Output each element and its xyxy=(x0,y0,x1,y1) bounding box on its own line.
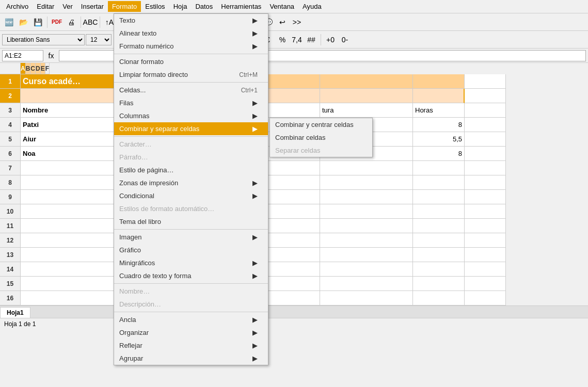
print-btn[interactable]: 🖨 xyxy=(65,15,78,29)
cell-f3[interactable] xyxy=(465,103,506,118)
row-header-13[interactable]: 13 xyxy=(0,248,21,262)
cell-f13[interactable] xyxy=(465,248,506,262)
cell-d14[interactable] xyxy=(320,262,413,277)
row-header-16[interactable]: 16 xyxy=(0,291,21,305)
menu-tema[interactable]: Tema del libro xyxy=(114,215,268,228)
col-header-c[interactable]: C xyxy=(30,63,36,74)
dec-indent-btn[interactable]: 0- xyxy=(338,33,352,46)
cell-f15[interactable] xyxy=(465,277,506,291)
cell-d13[interactable] xyxy=(320,248,413,262)
menu-combinar-centrar[interactable]: Combinar y centrar celdas xyxy=(270,118,372,131)
cell-e6[interactable]: 8 xyxy=(413,147,465,161)
font-size-select[interactable]: 12 xyxy=(86,34,112,45)
row-header-14[interactable]: 14 xyxy=(0,262,21,277)
menu-archivo[interactable]: Archivo xyxy=(2,1,33,12)
cell-e1[interactable] xyxy=(413,74,465,89)
row-header-9[interactable]: 9 xyxy=(0,190,21,204)
fx-button[interactable]: fx xyxy=(45,50,57,61)
menu-imagen[interactable]: Imagen ▶ xyxy=(114,231,268,244)
dec-places-btn[interactable]: 7,4 xyxy=(290,33,304,46)
cell-e8[interactable] xyxy=(413,175,465,190)
menu-estilo-pagina[interactable]: Estilo de página… xyxy=(114,164,268,176)
menu-celdas[interactable]: Celdas... Ctrl+1 xyxy=(114,84,268,96)
cell-e15[interactable] xyxy=(413,277,465,291)
menu-formato-numerico[interactable]: Formato numérico ▶ xyxy=(114,40,268,53)
cell-d16[interactable] xyxy=(320,291,413,305)
cell-d12[interactable] xyxy=(320,233,413,248)
row-header-15[interactable]: 15 xyxy=(0,277,21,291)
row-header-11[interactable]: 11 xyxy=(0,219,21,233)
menu-datos[interactable]: Datos xyxy=(191,1,217,12)
row-header-10[interactable]: 10 xyxy=(0,204,21,219)
cell-e12[interactable] xyxy=(413,233,465,248)
cell-f6[interactable] xyxy=(465,147,506,161)
new-btn[interactable]: 🆕 xyxy=(2,15,15,29)
menu-ver[interactable]: Ver xyxy=(58,1,77,12)
col-header-f[interactable]: F xyxy=(45,63,50,74)
menu-clonar[interactable]: Clonar formato xyxy=(114,55,268,68)
undo-btn[interactable]: ↩ xyxy=(276,15,289,29)
menu-ancla[interactable]: Ancla ▶ xyxy=(114,313,268,326)
menu-grafico[interactable]: Gráfico xyxy=(114,244,268,256)
cell-f8[interactable] xyxy=(465,175,506,190)
menu-cuadro[interactable]: Cuadro de texto y forma ▶ xyxy=(114,269,268,282)
menu-ayuda[interactable]: Ayuda xyxy=(298,1,326,12)
menu-texto[interactable]: Texto ▶ xyxy=(114,14,268,27)
open-btn[interactable]: 📂 xyxy=(17,15,30,29)
cell-f7[interactable] xyxy=(465,161,506,175)
font-family-select[interactable]: Liberation Sans xyxy=(2,34,85,45)
more-btn[interactable]: >> xyxy=(290,15,304,29)
menu-editar[interactable]: Editar xyxy=(33,1,58,12)
cell-e11[interactable] xyxy=(413,219,465,233)
menu-agrupar[interactable]: Agrupar ▶ xyxy=(114,352,268,365)
row-header-6[interactable]: 6 xyxy=(0,147,21,161)
menu-limpiar[interactable]: Limpiar formato directo Ctrl+M xyxy=(114,68,268,81)
sheet-tab-1[interactable]: Hoja1 xyxy=(0,307,30,318)
row-header-4[interactable]: 4 xyxy=(0,118,21,132)
col-header-a[interactable]: A xyxy=(21,63,26,74)
menu-columnas[interactable]: Columnas ▶ xyxy=(114,109,268,122)
cell-e10[interactable] xyxy=(413,204,465,219)
row-header-12[interactable]: 12 xyxy=(0,233,21,248)
cell-e7[interactable] xyxy=(413,161,465,175)
cell-f2[interactable] xyxy=(465,89,506,103)
cell-d11[interactable] xyxy=(320,219,413,233)
cell-d2[interactable] xyxy=(320,89,413,103)
menu-combinar[interactable]: Combinar y separar celdas ▶ xyxy=(114,122,268,135)
cell-e2[interactable] xyxy=(413,89,465,103)
cell-e5[interactable]: 5,5 xyxy=(413,132,465,147)
percent-btn[interactable]: % xyxy=(276,33,289,46)
cell-d10[interactable] xyxy=(320,204,413,219)
row-header-1[interactable]: 1 xyxy=(0,74,21,89)
menu-reflejar[interactable]: Reflejar ▶ xyxy=(114,339,268,352)
cell-e14[interactable] xyxy=(413,262,465,277)
menu-condicional[interactable]: Condicional ▶ xyxy=(114,189,268,202)
cell-d15[interactable] xyxy=(320,277,413,291)
cell-f14[interactable] xyxy=(465,262,506,277)
number-format-btn[interactable]: ## xyxy=(305,33,318,46)
cell-f1[interactable] xyxy=(465,74,506,89)
spell-btn[interactable]: ABC xyxy=(84,15,97,29)
row-header-7[interactable]: 7 xyxy=(0,161,21,175)
cell-d7[interactable] xyxy=(320,161,413,175)
inc-indent-btn[interactable]: +0 xyxy=(324,33,337,46)
menu-estilos[interactable]: Estilos xyxy=(141,1,169,12)
save-btn[interactable]: 💾 xyxy=(31,15,44,29)
menu-filas[interactable]: Filas ▶ xyxy=(114,96,268,109)
cell-f16[interactable] xyxy=(465,291,506,305)
row-header-8[interactable]: 8 xyxy=(0,175,21,190)
menu-minigraficos[interactable]: Minigráficos ▶ xyxy=(114,256,268,269)
cell-f12[interactable] xyxy=(465,233,506,248)
menu-formato[interactable]: Formato xyxy=(108,1,141,12)
menu-alinear-texto[interactable]: Alinear texto ▶ xyxy=(114,27,268,40)
cell-d3[interactable]: tura xyxy=(320,103,413,118)
menu-organizar[interactable]: Organizar ▶ xyxy=(114,326,268,339)
cell-d9[interactable] xyxy=(320,190,413,204)
cell-f5[interactable] xyxy=(465,132,506,147)
cell-e4[interactable]: 8 xyxy=(413,118,465,132)
menu-hoja[interactable]: Hoja xyxy=(169,1,192,12)
menu-combinar-celdas[interactable]: Combinar celdas xyxy=(270,131,372,144)
row-header-3[interactable]: 3 xyxy=(0,103,21,118)
cell-d8[interactable] xyxy=(320,175,413,190)
cell-f10[interactable] xyxy=(465,204,506,219)
